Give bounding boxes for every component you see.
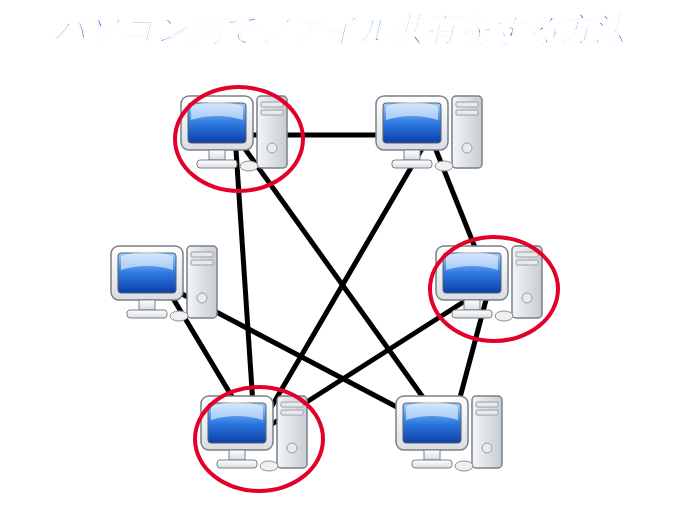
svg-rect-28 [516,252,538,257]
svg-rect-51 [424,450,440,460]
svg-rect-52 [412,460,452,468]
svg-rect-7 [197,160,237,168]
svg-point-17 [435,161,453,171]
svg-rect-20 [191,260,213,265]
svg-point-30 [522,293,532,303]
svg-rect-24 [139,300,155,310]
svg-rect-2 [261,110,283,115]
svg-rect-46 [476,402,498,407]
svg-point-12 [462,143,472,153]
page-title: パソコン間でファイル共有をする方法 [0,8,680,52]
computer-icon [175,90,295,180]
svg-rect-42 [229,450,245,460]
svg-point-21 [197,293,207,303]
svg-rect-11 [456,110,478,115]
svg-rect-43 [217,460,257,468]
computer-icon [195,390,315,480]
svg-rect-33 [464,300,480,310]
computer-icon [390,390,510,480]
svg-point-44 [260,461,278,471]
computer-icon [370,90,490,180]
svg-rect-38 [281,410,303,415]
diagram-stage: パソコン間でファイル共有をする方法 [0,0,680,508]
svg-rect-15 [404,150,420,160]
computer-icon [105,240,225,330]
svg-point-3 [267,143,277,153]
svg-point-8 [240,161,258,171]
svg-point-39 [287,443,297,453]
svg-point-53 [455,461,473,471]
network-edges [0,0,680,508]
computer-icon [430,240,550,330]
svg-rect-25 [127,310,167,318]
svg-rect-29 [516,260,538,265]
svg-point-48 [482,443,492,453]
svg-rect-47 [476,410,498,415]
svg-point-35 [495,311,513,321]
svg-rect-37 [281,402,303,407]
svg-rect-6 [209,150,225,160]
svg-point-26 [170,311,188,321]
svg-rect-1 [261,102,283,107]
svg-rect-10 [456,102,478,107]
svg-rect-34 [452,310,492,318]
svg-rect-16 [392,160,432,168]
svg-rect-19 [191,252,213,257]
